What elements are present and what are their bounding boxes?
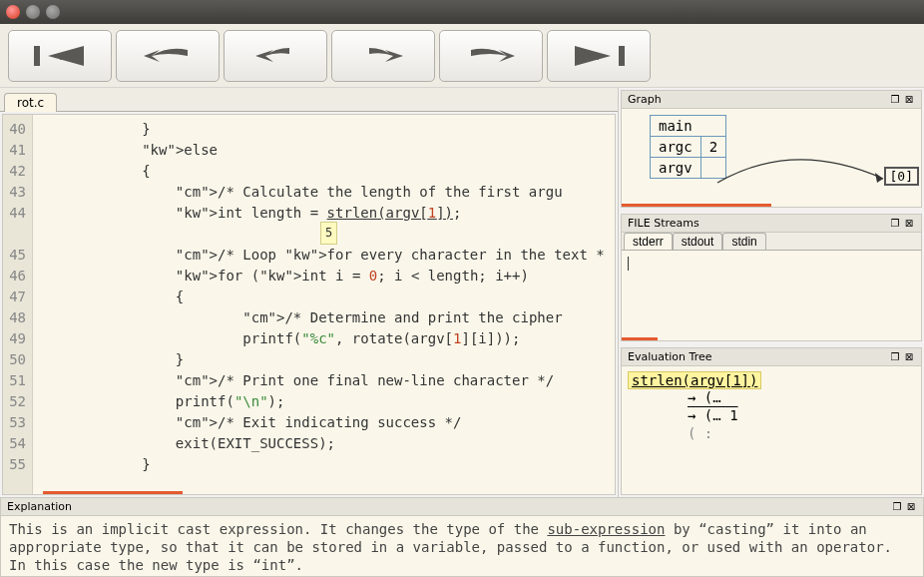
explanation-panel: Explanation ❐ ⊠ This is an implicit cast…	[0, 497, 924, 577]
eval-tree-title: Evaluation Tree	[628, 350, 711, 363]
explanation-title: Explanation	[7, 500, 72, 513]
graph-title: Graph	[628, 93, 662, 106]
code-lines: } "kw">else { "cm">/* Calculate the leng…	[33, 115, 613, 494]
eval-line: → (…	[628, 388, 915, 406]
close-panel-icon[interactable]: ⊠	[903, 218, 915, 230]
graph-cell-argc-val: 2	[700, 137, 725, 158]
main-area: rot.c 4041424344 4546474849505152535455 …	[0, 88, 924, 497]
scroll-indicator	[622, 337, 658, 340]
code-panel: rot.c 4041424344 4546474849505152535455 …	[0, 88, 619, 497]
right-column: Graph ❐ ⊠ main argc2 argv [0]	[619, 88, 924, 497]
maximize-icon[interactable]	[46, 5, 60, 19]
stream-body[interactable]	[622, 251, 921, 340]
graph-body[interactable]: main argc2 argv [0]	[622, 109, 921, 207]
file-tabs: stderr stdout stdin	[622, 233, 921, 251]
toolbar	[0, 24, 924, 88]
graph-cell-argv: argv	[651, 158, 701, 179]
close-panel-icon[interactable]: ⊠	[903, 94, 915, 106]
caret-icon	[628, 257, 629, 271]
scroll-indicator	[43, 491, 183, 494]
restore-icon[interactable]: ❐	[889, 351, 901, 363]
editor-tabstrip: rot.c	[0, 88, 618, 112]
explanation-body: This is an implicit cast expression. It …	[1, 516, 923, 577]
graph-panel: Graph ❐ ⊠ main argc2 argv [0]	[621, 90, 922, 208]
editor-tab[interactable]: rot.c	[4, 93, 57, 112]
eval-tree-body[interactable]: strlen(argv[1]) → (… → (… 1 ( :	[622, 366, 921, 494]
explanation-text: This is an implicit cast expression. It …	[9, 521, 547, 537]
svg-rect-1	[619, 46, 625, 66]
svg-rect-0	[34, 46, 40, 66]
step-to-end-button[interactable]	[547, 30, 651, 82]
file-streams-header: FILE Streams ❐ ⊠	[622, 215, 921, 233]
explanation-header: Explanation ❐ ⊠	[1, 498, 923, 516]
step-back-over-button[interactable]	[116, 30, 220, 82]
code-body[interactable]: 4041424344 4546474849505152535455 } "kw"…	[2, 114, 616, 495]
close-panel-icon[interactable]: ⊠	[905, 501, 917, 513]
graph-cell-main: main	[651, 116, 726, 137]
tab-stdin[interactable]: stdin	[722, 233, 765, 250]
eval-line: → (… 1	[628, 406, 915, 424]
tab-stdout[interactable]: stdout	[673, 233, 723, 250]
tab-stderr[interactable]: stderr	[624, 233, 673, 250]
graph-cell-argv-val	[700, 158, 725, 179]
restore-icon[interactable]: ❐	[889, 94, 901, 106]
restore-icon[interactable]: ❐	[889, 218, 901, 230]
step-into-button[interactable]	[331, 30, 435, 82]
close-icon[interactable]	[6, 5, 20, 19]
eval-tree-panel: Evaluation Tree ❐ ⊠ strlen(argv[1]) → (……	[621, 347, 922, 495]
close-panel-icon[interactable]: ⊠	[903, 351, 915, 363]
explanation-link[interactable]: sub-expression	[547, 521, 665, 537]
restore-icon[interactable]: ❐	[891, 501, 903, 513]
eval-tree-header: Evaluation Tree ❐ ⊠	[622, 348, 921, 366]
window-titlebar	[0, 0, 924, 24]
graph-header: Graph ❐ ⊠	[622, 91, 921, 109]
line-gutter: 4041424344 4546474849505152535455	[3, 115, 33, 494]
scroll-indicator	[622, 204, 771, 207]
step-back-into-button[interactable]	[224, 30, 327, 82]
graph-cell-argc: argc	[651, 137, 701, 158]
graph-table: main argc2 argv	[650, 115, 726, 179]
step-to-start-button[interactable]	[8, 30, 112, 82]
inline-value: 5	[320, 222, 337, 245]
file-streams-title: FILE Streams	[628, 217, 699, 230]
step-over-button[interactable]	[439, 30, 543, 82]
graph-array-node: [0]	[884, 167, 919, 186]
eval-expr: strlen(argv[1])	[628, 371, 761, 389]
file-streams-panel: FILE Streams ❐ ⊠ stderr stdout stdin	[621, 214, 922, 341]
minimize-icon[interactable]	[26, 5, 40, 19]
eval-line: ( :	[628, 424, 915, 442]
